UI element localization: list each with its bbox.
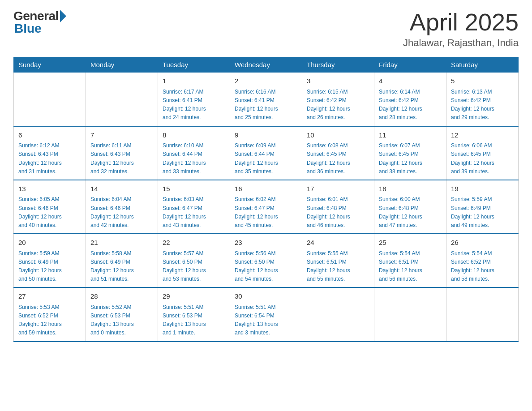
logo: General Blue — [13, 9, 66, 36]
calendar-cell: 23Sunrise: 5:56 AMSunset: 6:50 PMDayligh… — [230, 234, 302, 287]
day-number: 20 — [18, 238, 81, 248]
day-number: 25 — [379, 238, 442, 248]
calendar-cell: 2Sunrise: 6:16 AMSunset: 6:41 PMDaylight… — [230, 73, 302, 126]
day-info: Sunrise: 6:15 AMSunset: 6:42 PMDaylight:… — [307, 88, 369, 122]
calendar-cell — [446, 287, 519, 341]
calendar-cell: 4Sunrise: 6:14 AMSunset: 6:42 PMDaylight… — [374, 73, 446, 126]
calendar-cell: 27Sunrise: 5:53 AMSunset: 6:52 PMDayligh… — [14, 287, 86, 341]
day-number: 12 — [451, 130, 514, 141]
day-info: Sunrise: 6:05 AMSunset: 6:46 PMDaylight:… — [18, 195, 81, 230]
day-info: Sunrise: 6:04 AMSunset: 6:46 PMDaylight:… — [90, 195, 153, 230]
calendar-cell: 19Sunrise: 5:59 AMSunset: 6:49 PMDayligh… — [446, 180, 519, 234]
logo-text-blue: Blue — [14, 21, 66, 36]
day-info: Sunrise: 5:51 AMSunset: 6:54 PMDaylight:… — [235, 303, 297, 338]
day-info: Sunrise: 5:51 AMSunset: 6:53 PMDaylight:… — [163, 303, 225, 338]
calendar-cell — [86, 73, 158, 126]
calendar-cell — [374, 287, 446, 341]
day-number: 4 — [379, 76, 442, 86]
day-info: Sunrise: 6:00 AMSunset: 6:48 PMDaylight:… — [379, 195, 442, 230]
day-info: Sunrise: 5:58 AMSunset: 6:49 PMDaylight:… — [90, 249, 153, 284]
calendar-cell: 15Sunrise: 6:03 AMSunset: 6:47 PMDayligh… — [158, 180, 230, 234]
day-info: Sunrise: 5:54 AMSunset: 6:52 PMDaylight:… — [451, 249, 514, 284]
day-number: 19 — [451, 184, 514, 194]
calendar-cell: 24Sunrise: 5:55 AMSunset: 6:51 PMDayligh… — [302, 234, 374, 287]
calendar-cell: 10Sunrise: 6:08 AMSunset: 6:45 PMDayligh… — [302, 126, 374, 180]
day-info: Sunrise: 6:14 AMSunset: 6:42 PMDaylight:… — [379, 88, 442, 122]
days-of-week-row: SundayMondayTuesdayWednesdayThursdayFrid… — [14, 57, 519, 73]
day-number: 18 — [379, 184, 442, 194]
day-number: 21 — [90, 238, 153, 248]
day-info: Sunrise: 6:06 AMSunset: 6:45 PMDaylight:… — [451, 141, 514, 176]
day-info: Sunrise: 6:09 AMSunset: 6:44 PMDaylight:… — [235, 141, 297, 176]
day-number: 16 — [235, 184, 297, 194]
day-number: 15 — [163, 184, 225, 194]
day-number: 29 — [163, 291, 225, 302]
calendar-cell: 18Sunrise: 6:00 AMSunset: 6:48 PMDayligh… — [374, 180, 446, 234]
day-info: Sunrise: 5:55 AMSunset: 6:51 PMDaylight:… — [307, 249, 369, 284]
calendar-cell: 22Sunrise: 5:57 AMSunset: 6:50 PMDayligh… — [158, 234, 230, 287]
calendar-cell: 3Sunrise: 6:15 AMSunset: 6:42 PMDaylight… — [302, 73, 374, 126]
day-info: Sunrise: 6:01 AMSunset: 6:48 PMDaylight:… — [307, 195, 369, 230]
calendar-cell: 25Sunrise: 5:54 AMSunset: 6:51 PMDayligh… — [374, 234, 446, 287]
day-number: 3 — [307, 76, 369, 86]
calendar-cell: 8Sunrise: 6:10 AMSunset: 6:44 PMDaylight… — [158, 126, 230, 180]
day-of-week-header: Sunday — [14, 57, 86, 73]
day-number: 8 — [163, 130, 225, 141]
day-info: Sunrise: 5:53 AMSunset: 6:52 PMDaylight:… — [18, 303, 81, 338]
day-number: 7 — [90, 130, 153, 141]
calendar-cell: 21Sunrise: 5:58 AMSunset: 6:49 PMDayligh… — [86, 234, 158, 287]
day-of-week-header: Thursday — [302, 57, 374, 73]
calendar-cell: 7Sunrise: 6:11 AMSunset: 6:43 PMDaylight… — [86, 126, 158, 180]
calendar-table: SundayMondayTuesdayWednesdayThursdayFrid… — [13, 57, 519, 342]
day-info: Sunrise: 6:03 AMSunset: 6:47 PMDaylight:… — [163, 195, 225, 230]
calendar-cell: 20Sunrise: 5:59 AMSunset: 6:49 PMDayligh… — [14, 234, 86, 287]
calendar-title: April 2025 — [403, 9, 519, 35]
calendar-subtitle: Jhalawar, Rajasthan, India — [403, 37, 519, 49]
calendar-cell: 12Sunrise: 6:06 AMSunset: 6:45 PMDayligh… — [446, 126, 519, 180]
calendar-week-row: 13Sunrise: 6:05 AMSunset: 6:46 PMDayligh… — [14, 180, 519, 234]
calendar-cell: 1Sunrise: 6:17 AMSunset: 6:41 PMDaylight… — [158, 73, 230, 126]
day-of-week-header: Friday — [374, 57, 446, 73]
day-info: Sunrise: 6:08 AMSunset: 6:45 PMDaylight:… — [307, 141, 369, 176]
day-info: Sunrise: 6:10 AMSunset: 6:44 PMDaylight:… — [163, 141, 225, 176]
day-info: Sunrise: 5:59 AMSunset: 6:49 PMDaylight:… — [18, 249, 81, 284]
calendar-cell: 30Sunrise: 5:51 AMSunset: 6:54 PMDayligh… — [230, 287, 302, 341]
day-number: 17 — [307, 184, 369, 194]
calendar-cell: 13Sunrise: 6:05 AMSunset: 6:46 PMDayligh… — [14, 180, 86, 234]
day-of-week-header: Monday — [86, 57, 158, 73]
day-number: 27 — [18, 291, 81, 302]
day-info: Sunrise: 5:54 AMSunset: 6:51 PMDaylight:… — [379, 249, 442, 284]
calendar-cell: 11Sunrise: 6:07 AMSunset: 6:45 PMDayligh… — [374, 126, 446, 180]
day-info: Sunrise: 6:13 AMSunset: 6:42 PMDaylight:… — [451, 88, 514, 122]
day-info: Sunrise: 5:52 AMSunset: 6:53 PMDaylight:… — [90, 303, 153, 338]
day-info: Sunrise: 6:17 AMSunset: 6:41 PMDaylight:… — [163, 88, 225, 122]
calendar-week-row: 20Sunrise: 5:59 AMSunset: 6:49 PMDayligh… — [14, 234, 519, 287]
day-info: Sunrise: 5:57 AMSunset: 6:50 PMDaylight:… — [163, 249, 225, 284]
day-number: 22 — [163, 238, 225, 248]
day-number: 28 — [90, 291, 153, 302]
calendar-cell: 16Sunrise: 6:02 AMSunset: 6:47 PMDayligh… — [230, 180, 302, 234]
calendar-cell: 9Sunrise: 6:09 AMSunset: 6:44 PMDaylight… — [230, 126, 302, 180]
calendar-cell: 28Sunrise: 5:52 AMSunset: 6:53 PMDayligh… — [86, 287, 158, 341]
calendar-cell: 14Sunrise: 6:04 AMSunset: 6:46 PMDayligh… — [86, 180, 158, 234]
calendar-cell — [14, 73, 86, 126]
day-info: Sunrise: 5:59 AMSunset: 6:49 PMDaylight:… — [451, 195, 514, 230]
day-info: Sunrise: 6:16 AMSunset: 6:41 PMDaylight:… — [235, 88, 297, 122]
day-number: 2 — [235, 76, 297, 86]
calendar-cell — [302, 287, 374, 341]
day-info: Sunrise: 6:11 AMSunset: 6:43 PMDaylight:… — [90, 141, 153, 176]
calendar-header: SundayMondayTuesdayWednesdayThursdayFrid… — [14, 57, 519, 73]
calendar-cell: 5Sunrise: 6:13 AMSunset: 6:42 PMDaylight… — [446, 73, 519, 126]
day-number: 13 — [18, 184, 81, 194]
calendar-cell: 17Sunrise: 6:01 AMSunset: 6:48 PMDayligh… — [302, 180, 374, 234]
day-of-week-header: Wednesday — [230, 57, 302, 73]
day-number: 1 — [163, 76, 225, 86]
calendar-week-row: 1Sunrise: 6:17 AMSunset: 6:41 PMDaylight… — [14, 73, 519, 126]
calendar-cell: 29Sunrise: 5:51 AMSunset: 6:53 PMDayligh… — [158, 287, 230, 341]
day-number: 6 — [18, 130, 81, 141]
day-info: Sunrise: 6:12 AMSunset: 6:43 PMDaylight:… — [18, 141, 81, 176]
day-number: 30 — [235, 291, 297, 302]
calendar-title-block: April 2025 Jhalawar, Rajasthan, India — [403, 9, 519, 49]
day-of-week-header: Tuesday — [158, 57, 230, 73]
calendar-body: 1Sunrise: 6:17 AMSunset: 6:41 PMDaylight… — [14, 73, 519, 342]
